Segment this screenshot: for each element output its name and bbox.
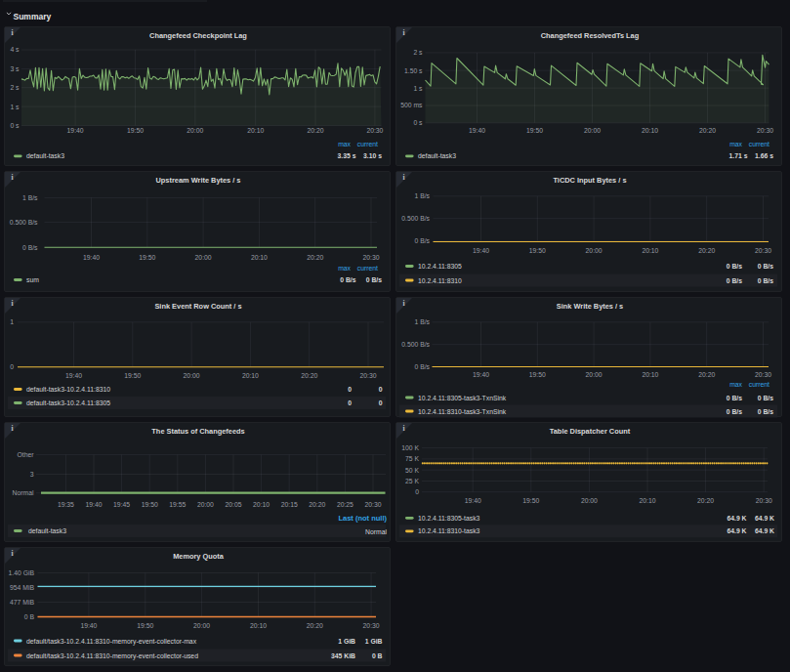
svg-text:0.500 B/s: 0.500 B/s — [401, 341, 430, 348]
svg-text:Memory Quota: Memory Quota — [173, 552, 225, 561]
svg-text:0 B/s: 0 B/s — [415, 363, 431, 370]
svg-text:20:30: 20:30 — [756, 497, 772, 504]
svg-text:Sink Event Row Count / s: Sink Event Row Count / s — [154, 302, 241, 311]
svg-text:The Status of Changefeeds: The Status of Changefeeds — [151, 427, 244, 436]
svg-text:10.2.4.11:8310-task3-TxnSink: 10.2.4.11:8310-task3-TxnSink — [418, 408, 507, 415]
svg-text:1.50 s: 1.50 s — [404, 67, 423, 74]
svg-text:19:40: 19:40 — [85, 501, 102, 508]
svg-text:20:20: 20:20 — [307, 622, 323, 629]
svg-text:2 s: 2 s — [10, 84, 20, 91]
svg-text:19:40: 19:40 — [469, 127, 485, 134]
svg-text:i: i — [11, 299, 13, 308]
svg-text:0 B/s: 0 B/s — [758, 408, 773, 415]
svg-text:max: max — [729, 141, 742, 147]
svg-text:20:20: 20:20 — [699, 127, 716, 134]
svg-text:default-task3-10.2.4.11:8310: default-task3-10.2.4.11:8310 — [26, 386, 110, 393]
svg-text:954 MiB: 954 MiB — [10, 584, 34, 591]
svg-text:20:20: 20:20 — [301, 372, 317, 379]
svg-text:19:40: 19:40 — [65, 372, 82, 379]
svg-text:Table Dispatcher Count: Table Dispatcher Count — [550, 427, 631, 436]
svg-text:20:30: 20:30 — [366, 127, 383, 134]
svg-text:20:25: 20:25 — [337, 501, 353, 508]
svg-text:0 B/s: 0 B/s — [758, 263, 773, 270]
svg-text:20:10: 20:10 — [642, 371, 658, 378]
svg-text:20:10: 20:10 — [642, 127, 658, 134]
svg-text:0: 0 — [10, 363, 14, 370]
svg-text:1.66 s: 1.66 s — [755, 152, 773, 159]
svg-text:10.2.4.11:8305-task3: 10.2.4.11:8305-task3 — [418, 515, 480, 522]
svg-text:20:20: 20:20 — [698, 247, 715, 254]
svg-text:default-task3: default-task3 — [28, 527, 66, 534]
svg-text:19:50: 19:50 — [139, 254, 155, 261]
svg-text:sum: sum — [26, 276, 39, 283]
svg-text:3 s: 3 s — [10, 65, 20, 72]
svg-text:20:00: 20:00 — [581, 497, 598, 504]
svg-text:1 GiB: 1 GiB — [338, 638, 355, 645]
svg-text:20:15: 20:15 — [281, 501, 298, 508]
svg-text:3.10 s: 3.10 s — [363, 152, 382, 159]
svg-text:19:35: 19:35 — [58, 501, 74, 508]
svg-text:max: max — [338, 141, 351, 147]
svg-text:20:10: 20:10 — [242, 372, 259, 379]
svg-text:20:10: 20:10 — [250, 622, 267, 629]
svg-text:0 B/s: 0 B/s — [22, 244, 38, 251]
svg-text:current: current — [749, 381, 769, 388]
svg-text:100 K: 100 K — [401, 444, 419, 451]
svg-text:1 B/s: 1 B/s — [415, 192, 431, 199]
svg-text:19:40: 19:40 — [80, 622, 97, 629]
svg-text:19:50: 19:50 — [526, 127, 543, 134]
svg-text:1 s: 1 s — [10, 104, 20, 110]
svg-text:0 B/s: 0 B/s — [340, 276, 355, 283]
svg-text:1.71 s: 1.71 s — [729, 152, 748, 159]
svg-text:0 s: 0 s — [413, 119, 423, 126]
svg-text:0 B: 0 B — [372, 652, 383, 659]
svg-text:64.9 K: 64.9 K — [755, 527, 774, 534]
svg-text:4 s: 4 s — [10, 46, 20, 53]
svg-text:i: i — [11, 173, 13, 182]
svg-text:20:30: 20:30 — [755, 247, 771, 254]
svg-text:20:05: 20:05 — [225, 501, 241, 508]
svg-text:0 s: 0 s — [10, 122, 20, 129]
svg-text:current: current — [357, 141, 378, 147]
svg-text:current: current — [357, 265, 378, 272]
svg-text:i: i — [11, 28, 13, 37]
svg-text:20:00: 20:00 — [195, 254, 212, 261]
svg-text:20:20: 20:20 — [307, 127, 323, 134]
svg-text:max: max — [729, 381, 742, 388]
svg-text:20:20: 20:20 — [307, 254, 323, 261]
svg-text:20:10: 20:10 — [247, 127, 264, 134]
svg-text:current: current — [749, 141, 769, 147]
svg-text:20:30: 20:30 — [757, 127, 773, 134]
svg-text:20:00: 20:00 — [584, 127, 601, 134]
svg-text:64.9 K: 64.9 K — [727, 527, 746, 534]
svg-text:19:40: 19:40 — [473, 247, 489, 254]
svg-text:Sink Write Bytes / s: Sink Write Bytes / s — [557, 302, 623, 311]
svg-text:0 B: 0 B — [24, 613, 35, 620]
svg-text:default-task3: default-task3 — [418, 152, 456, 159]
svg-text:default/task3-10.2.4.11:8310-m: default/task3-10.2.4.11:8310-memory-even… — [26, 638, 197, 646]
svg-text:0: 0 — [379, 386, 383, 393]
svg-text:i: i — [402, 299, 404, 308]
svg-text:19:50: 19:50 — [137, 622, 153, 629]
svg-text:i: i — [402, 28, 404, 37]
svg-text:20:00: 20:00 — [193, 622, 210, 629]
svg-text:0 B/s: 0 B/s — [727, 395, 742, 401]
svg-text:TiCDC Input Bytes / s: TiCDC Input Bytes / s — [553, 176, 626, 185]
svg-text:19:50: 19:50 — [142, 501, 158, 508]
svg-text:10.2.4.11:8305: 10.2.4.11:8305 — [418, 263, 462, 270]
svg-text:0 B/s: 0 B/s — [727, 408, 742, 415]
svg-text:2 s: 2 s — [413, 49, 423, 56]
svg-text:500 ms: 500 ms — [400, 102, 423, 108]
svg-text:Normal: Normal — [365, 528, 387, 535]
svg-text:20:10: 20:10 — [639, 497, 655, 504]
svg-text:i: i — [11, 549, 13, 558]
svg-text:1 GiB: 1 GiB — [365, 638, 383, 645]
svg-text:20:00: 20:00 — [586, 247, 603, 254]
svg-text:0: 0 — [348, 399, 352, 406]
svg-text:20:00: 20:00 — [184, 372, 200, 379]
svg-text:345 KiB: 345 KiB — [331, 652, 355, 659]
svg-text:20:30: 20:30 — [364, 501, 381, 508]
svg-text:19:40: 19:40 — [465, 497, 481, 504]
svg-text:Changefeed Checkpoint Lag: Changefeed Checkpoint Lag — [149, 31, 247, 40]
svg-text:0: 0 — [415, 488, 419, 495]
